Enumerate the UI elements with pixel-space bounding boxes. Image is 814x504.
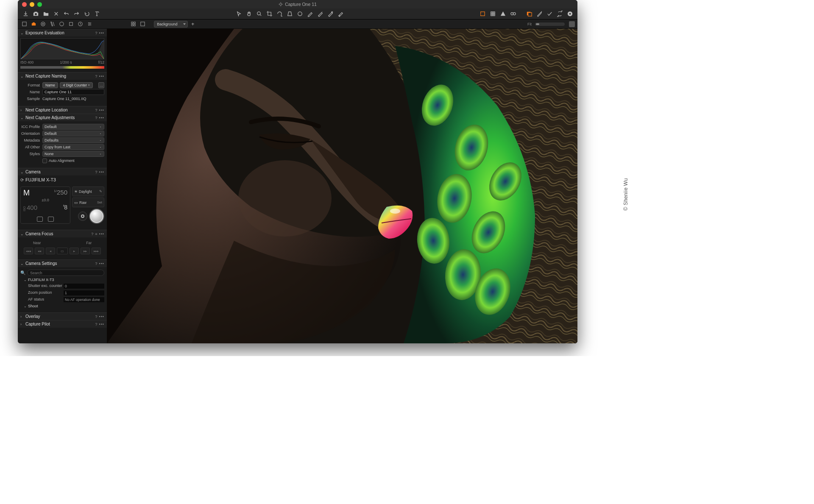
more-icon[interactable]: ••• xyxy=(99,170,104,174)
white-balance-pill[interactable]: ☀ Daylight✎ xyxy=(72,187,104,196)
orientation-select[interactable]: Default xyxy=(42,131,104,136)
focus-far-2-button[interactable]: ▸▸ xyxy=(81,248,90,254)
more-icon[interactable]: ••• xyxy=(99,262,104,266)
help-icon[interactable]: ? xyxy=(95,74,98,78)
panel-header-camera-settings[interactable]: ⌄ Camera Settings ? ••• xyxy=(18,259,107,267)
settings-search-input[interactable] xyxy=(27,270,104,276)
add-layer-button[interactable]: + xyxy=(190,21,196,27)
file-format-pill[interactable]: ▭ RawSet xyxy=(72,198,104,207)
color-tab-icon[interactable] xyxy=(58,21,65,28)
autofocus-button[interactable]: ▭ xyxy=(57,248,68,254)
exposure-warning-icon[interactable] xyxy=(477,10,488,18)
help-icon[interactable]: ? xyxy=(95,108,98,112)
folder-icon[interactable] xyxy=(41,10,51,18)
panel-header-camera[interactable]: ⌄ Camera ? ••• xyxy=(18,168,107,175)
more-icon[interactable]: ••• xyxy=(99,74,104,78)
camera-exposure-display[interactable]: M 1/250 ±0.0 ISO 400 f8 xyxy=(20,187,70,224)
focus-near-3-button[interactable]: ◂◂◂ xyxy=(24,248,33,254)
counter-token[interactable]: 4 Digit Counter▾ xyxy=(60,82,93,88)
metadata-select[interactable]: Defaults xyxy=(42,137,104,143)
help-icon[interactable]: ? xyxy=(95,116,98,120)
zoom-slider[interactable] xyxy=(535,22,565,26)
settings-tree-camera[interactable]: ⌄FUJIFILM X-T3 xyxy=(20,277,104,283)
focus-far-3-button[interactable]: ▸▸▸ xyxy=(92,248,101,254)
process-icon[interactable] xyxy=(565,10,575,18)
live-view-button[interactable] xyxy=(78,212,87,221)
focus-mask-icon[interactable] xyxy=(508,10,518,18)
image-viewer[interactable] xyxy=(107,29,577,343)
panel-header-next-capture-adjustments[interactable]: ⌄ Next Capture Adjustments ? ••• xyxy=(18,114,107,121)
icc-profile-select[interactable]: Default xyxy=(42,124,104,130)
more-icon[interactable]: ••• xyxy=(99,31,104,35)
keystone-icon[interactable] xyxy=(284,10,295,18)
lens-tab-icon[interactable] xyxy=(39,21,47,28)
more-icon[interactable]: ••• xyxy=(99,116,104,120)
camera-icon[interactable] xyxy=(31,10,41,18)
panel-header-next-capture-location[interactable]: › Next Capture Location ? ••• xyxy=(18,106,107,114)
grid-view-icon[interactable] xyxy=(129,21,137,28)
help-icon[interactable]: ? xyxy=(95,31,98,35)
close-icon[interactable] xyxy=(51,10,61,18)
crop-tab-icon[interactable] xyxy=(48,21,56,28)
panel-header-camera-focus[interactable]: ⌄ Camera Focus ? ≡ ••• xyxy=(18,230,107,237)
adjustments-tab-icon[interactable] xyxy=(86,21,93,28)
multi-view-icon[interactable] xyxy=(524,10,534,18)
mask-draw-icon[interactable] xyxy=(305,10,315,18)
hand-icon[interactable] xyxy=(244,10,254,18)
mask-radial-icon[interactable] xyxy=(325,10,335,18)
erase-icon[interactable] xyxy=(335,10,346,18)
single-view-icon[interactable] xyxy=(139,21,146,28)
all-other-select[interactable]: Copy from Last xyxy=(42,144,104,150)
more-icon[interactable]: ••• xyxy=(99,108,104,112)
refresh-icon[interactable] xyxy=(555,10,565,18)
focus-near-1-button[interactable]: ◂ xyxy=(46,248,55,254)
zoom-icon[interactable] xyxy=(254,10,264,18)
exposure-tab-icon[interactable] xyxy=(67,21,75,28)
panel-header-capture-pilot[interactable]: › Capture Pilot ? ••• xyxy=(18,320,107,328)
panel-header-next-capture-naming[interactable]: ⌄ Next Capture Naming ? ••• xyxy=(18,72,107,80)
reset-icon[interactable] xyxy=(81,10,92,18)
panel-header-exposure-evaluation[interactable]: ⌄ Exposure Evaluation ? ••• xyxy=(18,29,107,36)
help-icon[interactable]: ? xyxy=(91,232,93,236)
grid-icon[interactable] xyxy=(488,10,498,18)
mask-gradient-icon[interactable] xyxy=(315,10,325,18)
help-icon[interactable]: ? xyxy=(95,322,98,326)
capture-button[interactable] xyxy=(89,209,104,224)
more-icon[interactable]: ••• xyxy=(99,322,104,326)
more-icon[interactable]: ••• xyxy=(99,232,104,236)
af-area-icon[interactable] xyxy=(37,217,43,222)
preset-icon[interactable]: ≡ xyxy=(95,232,97,236)
rotate-icon[interactable] xyxy=(274,10,284,18)
close-window-button[interactable] xyxy=(22,2,27,7)
crop-icon[interactable] xyxy=(264,10,274,18)
layer-select[interactable]: Background xyxy=(154,21,188,28)
warning-icon[interactable] xyxy=(498,10,508,18)
undo-icon[interactable] xyxy=(61,10,71,18)
auto-alignment-checkbox[interactable] xyxy=(42,159,47,163)
help-icon[interactable]: ? xyxy=(95,315,98,319)
redo-icon[interactable] xyxy=(71,10,81,18)
token-menu-button[interactable]: … xyxy=(98,82,104,88)
settings-tree-shoot[interactable]: ⌄Shoot xyxy=(20,303,104,309)
help-icon[interactable]: ? xyxy=(95,262,98,266)
proof-icon[interactable] xyxy=(544,10,555,18)
text-tool-icon[interactable] xyxy=(92,10,102,18)
capture-tab-icon[interactable] xyxy=(30,21,37,28)
import-icon[interactable] xyxy=(20,10,31,18)
styles-select[interactable]: None xyxy=(42,151,104,157)
cycle-camera-icon[interactable]: ⟳ xyxy=(20,178,24,182)
focus-near-2-button[interactable]: ◂◂ xyxy=(35,248,44,254)
cursor-icon[interactable] xyxy=(234,10,244,18)
details-tab-icon[interactable] xyxy=(76,21,84,28)
metering-icon[interactable] xyxy=(48,217,54,222)
focus-far-1-button[interactable]: ▸ xyxy=(70,248,79,254)
minimize-window-button[interactable] xyxy=(30,2,34,7)
maximize-window-button[interactable] xyxy=(37,2,42,7)
capture-name-input[interactable] xyxy=(42,89,104,95)
annotate-icon[interactable] xyxy=(534,10,544,18)
panel-header-overlay[interactable]: › Overlay ? ••• xyxy=(18,312,107,320)
more-icon[interactable]: ••• xyxy=(99,315,104,319)
name-token[interactable]: Name xyxy=(42,82,58,88)
spot-icon[interactable] xyxy=(295,10,305,18)
help-icon[interactable]: ? xyxy=(95,170,98,174)
